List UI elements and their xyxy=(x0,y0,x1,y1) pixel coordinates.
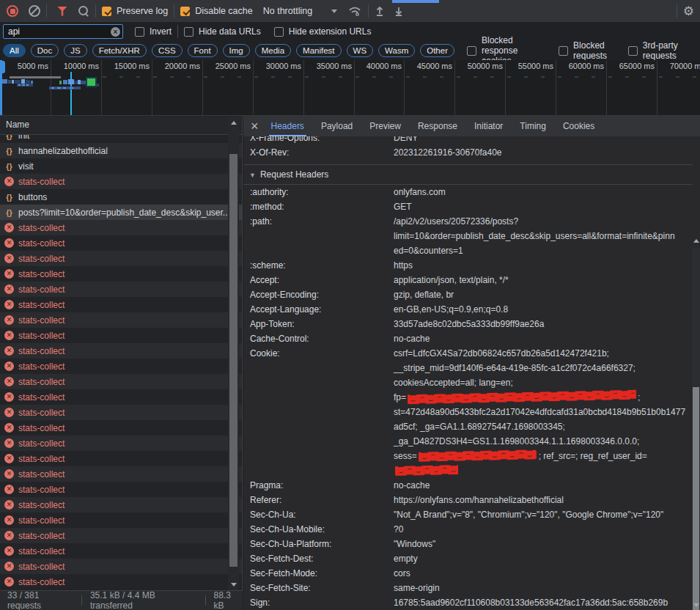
search-icon[interactable] xyxy=(78,5,89,17)
hide-data-urls-checkbox[interactable] xyxy=(184,27,194,37)
request-row[interactable]: ✕stats-collect xyxy=(0,436,242,451)
clear-icon[interactable] xyxy=(29,5,40,17)
request-row[interactable]: ✕stats-collect xyxy=(0,312,242,328)
request-row[interactable]: {}hannahelizabethofficial xyxy=(0,143,242,158)
type-pill-img[interactable]: Img xyxy=(223,44,250,57)
tab-initiator[interactable]: Initiator xyxy=(471,116,506,136)
timeline-overview[interactable]: 5000 ms10000 ms15000 ms20000 ms25000 ms3… xyxy=(0,60,700,116)
type-pill-js[interactable]: JS xyxy=(64,44,86,57)
scrollbar-thumb[interactable] xyxy=(693,387,699,610)
export-har-icon[interactable] xyxy=(394,5,404,17)
request-row[interactable]: ✕stats-collect xyxy=(0,343,242,359)
request-row[interactable]: {}init xyxy=(0,135,242,143)
request-row[interactable]: ✕stats-collect xyxy=(0,482,242,497)
timeline-tick-label: 60000 ms xyxy=(553,62,604,70)
request-row[interactable]: ✕stats-collect xyxy=(0,466,242,482)
waterfall-bar xyxy=(70,87,73,89)
tab-cookies[interactable]: Cookies xyxy=(559,116,598,136)
type-pill-manifest[interactable]: Manifest xyxy=(296,44,341,57)
disable-cache-checkbox[interactable] xyxy=(180,7,190,16)
request-row[interactable]: ✕stats-collect xyxy=(0,405,242,420)
filter-input[interactable]: api × xyxy=(3,24,123,39)
scroll-up-icon[interactable] xyxy=(231,121,237,125)
network-conditions-icon[interactable] xyxy=(347,5,362,17)
request-row[interactable]: ✕stats-collect xyxy=(0,174,242,189)
request-name: stats-collect xyxy=(18,177,65,187)
filter-icon[interactable] xyxy=(57,7,67,16)
import-har-icon[interactable] xyxy=(375,5,385,17)
tab-timing[interactable]: Timing xyxy=(516,116,550,136)
chevron-down-icon[interactable] xyxy=(331,10,337,13)
request-row[interactable]: ✕stats-collect xyxy=(0,512,242,528)
request-row[interactable]: ✕stats-collect xyxy=(0,328,242,343)
clear-filter-icon[interactable]: × xyxy=(111,27,120,37)
request-row[interactable]: ✕stats-collect xyxy=(0,543,242,559)
request-row[interactable]: ✕stats-collect xyxy=(0,282,242,297)
request-row[interactable]: ✕stats-collect xyxy=(0,574,242,589)
hide-extension-urls-checkbox[interactable] xyxy=(274,27,284,37)
details-tab-bar: × HeadersPayloadPreviewResponseInitiator… xyxy=(243,116,700,136)
error-icon: ✕ xyxy=(4,469,14,479)
request-row[interactable]: ✕stats-collect xyxy=(0,220,242,235)
header-row: X-Of-Rev: 202312261916-30670fa40e xyxy=(243,145,693,160)
tab-preview[interactable]: Preview xyxy=(366,116,405,136)
record-icon[interactable] xyxy=(7,5,18,17)
scroll-down-icon[interactable] xyxy=(693,603,699,607)
request-row[interactable]: ✕stats-collect xyxy=(0,359,242,374)
request-row[interactable]: ✕stats-collect xyxy=(0,451,242,466)
tab-headers[interactable]: Headers xyxy=(268,116,308,136)
throttling-select[interactable]: No throttling xyxy=(263,6,312,16)
type-pill-css[interactable]: CSS xyxy=(152,44,183,57)
header-row: Sec-Ch-Ua-Mobile:?0 xyxy=(243,522,693,537)
request-row[interactable]: {}buttons xyxy=(0,189,242,205)
waterfall-bar xyxy=(22,84,25,86)
type-pill-wasm[interactable]: Wasm xyxy=(378,44,415,57)
tab-payload[interactable]: Payload xyxy=(317,116,356,136)
invert-checkbox[interactable] xyxy=(135,27,144,37)
blocked-requests-label[interactable]: Blocked requests xyxy=(573,40,616,61)
request-row[interactable]: ✕stats-collect xyxy=(0,374,242,389)
request-row[interactable]: ✕stats-collect xyxy=(0,297,242,312)
type-pill-ws[interactable]: WS xyxy=(347,44,374,57)
request-row[interactable]: ✕stats-collect xyxy=(0,389,242,405)
hide-data-urls-label[interactable]: Hide data URLs xyxy=(199,26,261,37)
request-row[interactable]: {}visit xyxy=(0,158,242,174)
details-scrollbar[interactable] xyxy=(692,248,700,610)
close-icon[interactable]: × xyxy=(251,117,259,136)
type-pill-media[interactable]: Media xyxy=(255,44,291,57)
scrollbar-thumb[interactable] xyxy=(229,154,237,567)
type-pill-font[interactable]: Font xyxy=(188,44,218,57)
request-row[interactable]: ✕stats-collect xyxy=(0,251,242,266)
scroll-up-icon[interactable] xyxy=(693,239,699,243)
request-row[interactable]: ✕stats-collect xyxy=(0,497,242,512)
timeline-tick-label: 45000 ms xyxy=(401,62,452,70)
disable-cache-label[interactable]: Disable cache xyxy=(195,6,253,16)
blocked-response-cookies-checkbox[interactable] xyxy=(467,46,476,56)
error-icon: ✕ xyxy=(4,377,14,386)
request-row-selected[interactable]: {}posts?limit=10&order=publish_date_desc… xyxy=(0,205,242,220)
invert-label[interactable]: Invert xyxy=(150,26,172,37)
request-row[interactable]: ✕stats-collect xyxy=(0,235,242,251)
type-pill-fetch-xhr[interactable]: Fetch/XHR xyxy=(92,44,147,57)
3rd-party-requests-label[interactable]: 3rd-party requests xyxy=(643,40,688,61)
hide-extension-urls-label[interactable]: Hide extension URLs xyxy=(289,26,372,37)
scroll-down-icon[interactable] xyxy=(231,583,237,587)
request-row[interactable]: ✕stats-collect xyxy=(0,266,242,282)
blocked-requests-checkbox[interactable] xyxy=(559,46,568,56)
request-row[interactable]: ✕stats-collect xyxy=(0,528,242,543)
header-value: 16785:5aad9602cf110608b03133de563642fac1… xyxy=(394,595,668,610)
preserve-log-label[interactable]: Preserve log xyxy=(117,6,168,16)
request-list-scrollbar[interactable] xyxy=(228,117,239,590)
request-row[interactable]: ✕stats-collect xyxy=(0,420,242,436)
settings-gear-icon[interactable]: ⚙ xyxy=(683,5,694,18)
tab-response[interactable]: Response xyxy=(414,116,461,136)
type-pill-doc[interactable]: Doc xyxy=(31,44,59,57)
preserve-log-checkbox[interactable] xyxy=(102,7,111,16)
name-column-header[interactable]: Name xyxy=(0,116,242,135)
3rd-party-requests-checkbox[interactable] xyxy=(628,46,638,56)
request-row[interactable]: ✕stats-collect xyxy=(0,559,242,574)
resources-size: 88.3 kB xyxy=(214,590,243,610)
type-pill-all[interactable]: All xyxy=(3,44,26,57)
request-headers-section-toggle[interactable]: ▼Request Headers xyxy=(243,164,693,185)
type-pill-other[interactable]: Other xyxy=(420,44,454,57)
